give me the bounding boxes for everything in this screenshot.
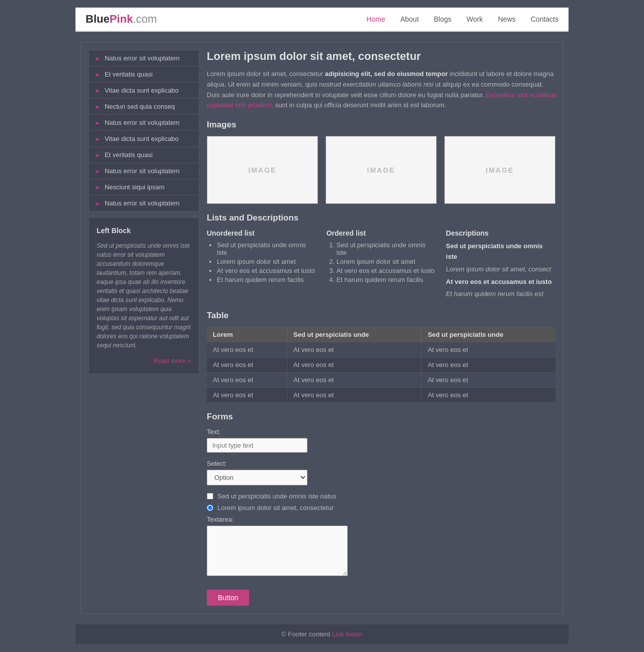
- footer-link[interactable]: Link footer: [332, 630, 363, 638]
- table-cell: At vero eos et: [287, 342, 422, 357]
- arrow-icon-2: ►: [95, 71, 101, 78]
- arrow-icon-5: ►: [95, 120, 101, 126]
- nav-home[interactable]: Home: [366, 15, 385, 23]
- sidebar-item-2[interactable]: ► Et veritatis quasi: [89, 66, 199, 83]
- nav-blogs[interactable]: Blogs: [434, 15, 451, 23]
- data-table: Lorem Sed ut perspiciatis unde Sed ut pe…: [207, 327, 555, 403]
- content-box: ► Natus error sit voluptatem ► Et verita…: [80, 42, 564, 614]
- text-input[interactable]: [207, 438, 307, 453]
- read-more-link[interactable]: Read more »: [97, 356, 191, 366]
- main-area: ► Natus error sit voluptatem ► Et verita…: [75, 37, 569, 619]
- intro-paragraph: Lorem ipsum dolor sit amet, consectetur …: [207, 69, 555, 111]
- table-cell: At vero eos et: [422, 342, 555, 357]
- images-title: Images: [207, 120, 555, 130]
- select-label: Select:: [207, 460, 555, 467]
- table-cell: At vero eos et: [207, 388, 287, 403]
- ordered-list-col: Ordered list Sed ut perspiciatis unde om…: [327, 229, 436, 302]
- footer: © Footer content Link footer: [75, 624, 569, 644]
- left-block: Left Block Sed ut perspiciatis unde omni…: [89, 218, 199, 374]
- select-dropdown[interactable]: Option: [207, 470, 307, 485]
- sidebar-item-4[interactable]: ► Nectun sed quia conseq: [89, 99, 199, 115]
- table-cell: At vero eos et: [287, 357, 422, 373]
- table-header-3: Sed ut perspiciatis unde: [422, 327, 555, 342]
- unordered-list-col: Unordered list Sed ut perspiciatis unde …: [207, 229, 316, 302]
- radio-row: Lorem ipsum dolor sit amet, consectetur: [207, 504, 555, 512]
- main-content: Lorem ipsum dolor sit amet, consectetur …: [207, 50, 555, 606]
- descriptions-col: Descriptions Sed ut perspiciatis unde om…: [446, 229, 555, 302]
- list-item: Lorem ipsum dolor sit amet: [217, 258, 316, 265]
- radio-label: Lorem ipsum dolor sit amet, consectetur: [217, 504, 334, 512]
- arrow-icon-8: ►: [95, 168, 101, 174]
- table-cell: At vero eos et: [207, 342, 287, 357]
- table-header-row: Lorem Sed ut perspiciatis unde Sed ut pe…: [207, 327, 555, 342]
- sidebar-item-label-2: Et veritatis quasi: [105, 70, 152, 78]
- nav-news[interactable]: News: [498, 15, 516, 23]
- text-label: Text:: [207, 428, 555, 436]
- logo-blue: Blue: [86, 13, 110, 25]
- table-cell: At vero eos et: [207, 373, 287, 388]
- table-row: At vero eos et At vero eos et At vero eo…: [207, 342, 555, 357]
- list-item: Sed ut perspiciatis unde omnis iste: [217, 241, 316, 256]
- sidebar-item-6[interactable]: ► Vitae dicta sunt explicabo: [89, 131, 199, 147]
- logo-gray: .com: [133, 13, 157, 25]
- page-title: Lorem ipsum dolor sit amet, consectetur: [207, 50, 555, 63]
- desc-item-1: Sed ut perspiciatis unde omnis iste: [446, 241, 555, 262]
- sidebar-item-label-8: Natus error sit voluptatem: [105, 167, 180, 175]
- table-cell: At vero eos et: [422, 357, 555, 373]
- list-item: Lorem ipsum dolor sit amet: [337, 258, 436, 265]
- nav-about[interactable]: About: [400, 15, 419, 23]
- sidebar-item-label-9: Nesciunt siqui ipsam: [105, 183, 165, 191]
- sidebar-item-8[interactable]: ► Natus error sit voluptatem: [89, 163, 199, 179]
- radio-input[interactable]: [207, 504, 213, 511]
- forms-title: Forms: [207, 412, 555, 422]
- sidebar-item-10[interactable]: ► Natus error sit voluptatem: [89, 195, 199, 211]
- sidebar-item-3[interactable]: ► Vitae dicta sunt explicabo: [89, 83, 199, 99]
- left-block-text: Sed ut perspiciatis unde omnis iste natu…: [97, 241, 191, 350]
- nav-work[interactable]: Work: [466, 15, 482, 23]
- table-cell: At vero eos et: [207, 357, 287, 373]
- sidebar-item-7[interactable]: ► Et veritatis quasi: [89, 147, 199, 163]
- footer-text: © Footer content: [281, 630, 332, 638]
- nav-contacts[interactable]: Contacts: [531, 15, 558, 23]
- unordered-list: Sed ut perspiciatis unde omnis iste Lore…: [207, 241, 316, 283]
- table-cell: At vero eos et: [422, 373, 555, 388]
- lists-title: Lists and Descriptions: [207, 213, 555, 223]
- lists-row: Unordered list Sed ut perspiciatis unde …: [207, 229, 555, 302]
- checkbox-input[interactable]: [207, 493, 213, 499]
- sidebar-item-label-3: Vitae dicta sunt explicabo: [105, 87, 179, 94]
- highlight-link[interactable]: Excepteur sint occaecat cupidatat non pr…: [207, 91, 555, 109]
- left-block-title: Left Block: [97, 226, 191, 236]
- sidebar-item-label-6: Vitae dicta sunt explicabo: [105, 135, 179, 142]
- image-3: IMAGE: [444, 136, 555, 204]
- select-field-group: Select: Option: [207, 460, 555, 485]
- table-header-1: Lorem: [207, 327, 287, 342]
- table-row: At vero eos et At vero eos et At vero eo…: [207, 357, 555, 373]
- table-section: Table Lorem Sed ut perspiciatis unde Sed…: [207, 311, 555, 403]
- list-item: Et harum quidem rerum facilis: [217, 276, 316, 283]
- sidebar-item-5[interactable]: ► Natus error sit voluptatem: [89, 115, 199, 131]
- checkbox-label: Sed ut perspiciatis unde omnis iste natu…: [217, 492, 336, 500]
- sidebar-item-9[interactable]: ► Nesciunt siqui ipsam: [89, 179, 199, 195]
- table-title: Table: [207, 311, 555, 321]
- layout: ► Natus error sit voluptatem ► Et verita…: [89, 50, 555, 606]
- table-cell: At vero eos et: [287, 388, 422, 403]
- table-row: At vero eos et At vero eos et At vero eo…: [207, 388, 555, 403]
- arrow-icon-4: ►: [95, 104, 101, 110]
- arrow-icon-10: ►: [95, 200, 101, 206]
- forms-section: Forms Text: Select: Option: [207, 412, 555, 606]
- descriptions-title: Descriptions: [446, 229, 555, 237]
- sidebar-item-label-7: Et veritatis quasi: [105, 151, 152, 159]
- sidebar-item-1[interactable]: ► Natus error sit voluptatem: [89, 50, 199, 66]
- image-2: IMAGE: [326, 136, 437, 204]
- ordered-list-title: Ordered list: [327, 229, 436, 237]
- textarea-input[interactable]: [207, 526, 348, 576]
- arrow-icon-1: ►: [95, 55, 101, 61]
- form-submit-button[interactable]: Button: [207, 590, 249, 606]
- desc-item-4: Et harum quidem rerum facilis est: [446, 289, 555, 300]
- arrow-icon-6: ►: [95, 136, 101, 142]
- arrow-icon-9: ►: [95, 184, 101, 190]
- list-item: Et harum quidem rerum facilis: [337, 276, 436, 283]
- lists-section: Lists and Descriptions Unordered list Se…: [207, 213, 555, 302]
- sidebar-item-label-5: Natus error sit voluptatem: [105, 119, 180, 126]
- textarea-label: Textarea:: [207, 516, 555, 523]
